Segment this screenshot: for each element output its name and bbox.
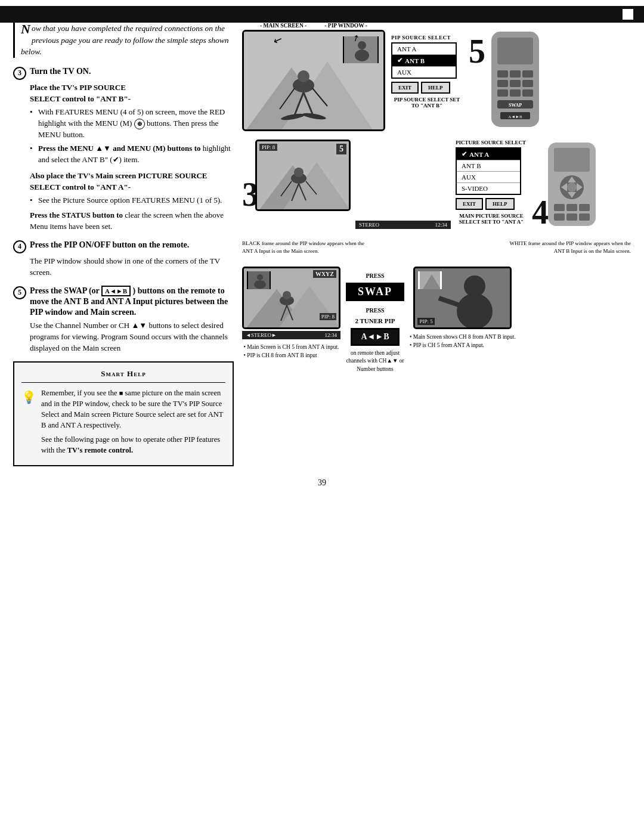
pip-source-buttons: EXIT HELP xyxy=(391,82,450,94)
svg-rect-51 xyxy=(579,213,590,221)
step5-big-num: 5 xyxy=(469,35,485,68)
smart-help-text: Remember, if you see the ■ same picture … xyxy=(41,388,225,460)
main-tv-container: - MAIN SCREEN - - PIP WINDOW - xyxy=(242,23,385,131)
swap-right-pip xyxy=(418,271,442,289)
drop-cap: N xyxy=(21,23,30,36)
step-5-circle: 5 xyxy=(13,286,26,299)
step3-tv-group: 3 xyxy=(242,140,351,211)
step-3-body: Place the TV's PIP SOURCE SELECT control… xyxy=(30,82,234,233)
tuner-btn[interactable]: A◄►B xyxy=(351,328,399,346)
step-5-block: 5 Press the SWAP (or A◄►B ) buttons on t… xyxy=(13,286,234,354)
pip-ch-label: PIP: 8 xyxy=(259,144,277,151)
svg-rect-22 xyxy=(497,89,508,97)
pic-exit-btn[interactable]: EXIT xyxy=(456,198,483,210)
swap-right-pip-label: PIP: 5 xyxy=(417,318,434,325)
black-frame-note: BLACK frame around the PIP window appear… xyxy=(242,240,373,255)
step4-remote xyxy=(545,140,599,229)
swap-button[interactable]: SWAP xyxy=(346,283,404,301)
checkmark-antb: ✔ xyxy=(397,57,402,64)
step-4-header: 4 Press the PIP ON/OFF button on the rem… xyxy=(13,240,234,253)
intro-body: ow that you have completed the required … xyxy=(21,24,229,56)
svg-rect-24 xyxy=(522,89,533,97)
swap-left-pip-num: WXYZ xyxy=(313,270,336,278)
swap-stereo-label: ◄STEREO► xyxy=(246,332,277,338)
on-remote-text: on remote then adjust channels with CH▲▼… xyxy=(345,349,405,373)
main-ch-label: 5 xyxy=(336,144,346,154)
intro-text: N ow that you have completed the require… xyxy=(13,23,234,58)
mid-diagram-row: 3 xyxy=(242,140,631,229)
white-frame-note: WHITE frame around the PIP window appear… xyxy=(500,240,631,255)
tuner-pip-label: 2 TUNER PIP xyxy=(355,317,395,324)
svg-rect-48 xyxy=(579,204,590,211)
pip-source-panel: PIP SOURCE SELECT ANT A ✔ ANT B AUX EXIT… xyxy=(391,35,463,109)
pic-source-item-aux: AUX xyxy=(457,172,520,183)
step-3-header: 3 Turn the TV ON. xyxy=(13,66,234,80)
svg-point-35 xyxy=(294,168,304,177)
pic-source-buttons: EXIT HELP xyxy=(456,198,515,210)
step-3-bullet-2: Press the MENU ▲▼ and MENU (M) buttons t… xyxy=(30,143,234,166)
swap-right-bullet-2: • PIP is CH 5 from ANT A input. xyxy=(410,341,516,349)
svg-point-45 xyxy=(567,182,577,192)
svg-rect-50 xyxy=(566,213,577,221)
svg-rect-19 xyxy=(497,80,508,87)
step-3-bullets: With FEATURES MENU (4 of 5) on screen, m… xyxy=(30,107,234,165)
svg-rect-21 xyxy=(522,80,533,87)
swap-right-bullet-1: • Main Screen shows CH 8 from ANT B inpu… xyxy=(410,333,516,341)
swap-left-bullet-2: • PIP is CH 8 from ANT B input xyxy=(244,351,339,360)
pip-source-item-antb-selected: ✔ ANT B xyxy=(392,55,456,67)
tv-stereo-area: STEREO 12:34 xyxy=(355,219,451,229)
svg-rect-17 xyxy=(510,70,521,78)
page-number: 39 xyxy=(0,478,644,488)
lightbulb-icon: 💡 xyxy=(21,389,36,460)
main-content: N ow that you have completed the require… xyxy=(0,23,644,466)
pic-source-item-anta-selected: ✔ ANT A xyxy=(457,148,520,160)
smart-help-title: Smart Help xyxy=(21,368,225,383)
step-5-header: 5 Press the SWAP (or A◄►B ) buttons on t… xyxy=(13,286,234,318)
step-5-title: Press the SWAP (or A◄►B ) buttons on the… xyxy=(30,286,234,318)
swap-left-bullet-1: • Main Screen is CH 5 from ANT A input. xyxy=(244,343,339,351)
svg-rect-18 xyxy=(522,70,533,78)
swap-right-tv-group: PIP: 5 • Main Screen shows CH 8 from ANT… xyxy=(410,267,516,350)
right-column: - MAIN SCREEN - - PIP WINDOW - xyxy=(242,23,631,466)
pip-source-caption: PIP SOURCE SELECT SET TO "ANT B" xyxy=(391,97,463,109)
step-3-bullet-1: With FEATURES MENU (4 of 5) on screen, m… xyxy=(30,107,234,141)
tv-stereo-bar: STEREO 12:34 xyxy=(355,221,451,229)
svg-rect-15 xyxy=(497,38,533,64)
pic-source-item-antb: ANT B xyxy=(457,160,520,172)
swap-left-pip-label: PIP: 8 xyxy=(320,313,336,320)
svg-point-60 xyxy=(257,274,263,280)
swap-left-pip-content xyxy=(248,271,270,289)
step5-remote-area: 5 xyxy=(469,29,545,130)
svg-point-61 xyxy=(254,280,266,289)
svg-rect-46 xyxy=(554,204,565,211)
pip-source-item-anta: ANT A xyxy=(392,44,456,55)
step3-tv-screen: PIP: 8 5 xyxy=(255,140,351,211)
step-4-body: The PIP window should show in one of the… xyxy=(30,256,234,278)
step-3-subtitle: Place the TV's PIP SOURCE SELECT control… xyxy=(30,82,234,105)
pip-help-btn[interactable]: HELP xyxy=(421,82,450,94)
pic-help-btn[interactable]: HELP xyxy=(485,198,515,210)
smart-help-para-1: Remember, if you see the ■ same picture … xyxy=(41,388,225,431)
menu-symbol: ⊕ xyxy=(134,119,145,129)
swap-left-tv: WXYZ PIP: 8 xyxy=(242,267,340,329)
step-3-also-title: Also place the TV's Main screen PICTURE … xyxy=(30,171,234,193)
press-label-1: PRESS xyxy=(366,272,384,279)
pip-exit-btn[interactable]: EXIT xyxy=(391,82,419,94)
swap-stereo-bar: ◄STEREO► 12:34 xyxy=(242,331,340,339)
pip-source-item-aux: AUX xyxy=(392,67,456,78)
spacer xyxy=(379,240,494,255)
step-3-also-bullets: See the Picture Source option FEATURES M… xyxy=(30,195,234,206)
svg-rect-16 xyxy=(497,70,508,78)
svg-point-64 xyxy=(457,293,493,329)
step-4-block: 4 Press the PIP ON/OFF button on the rem… xyxy=(13,240,234,278)
step-3-also-bullet-1: See the Picture Source option FEATURES M… xyxy=(30,195,234,206)
pip-source-label: PIP SOURCE SELECT xyxy=(391,35,451,41)
swap-right-bullets: • Main Screen shows CH 8 from ANT B inpu… xyxy=(410,333,516,350)
stereo-label: STEREO xyxy=(359,222,379,228)
main-tv-screen: ↙ ↗ xyxy=(242,30,385,131)
pic-source-label: PICTURE SOURCE SELECT xyxy=(456,140,526,145)
svg-rect-47 xyxy=(566,204,577,211)
step4-remote-group: 4 xyxy=(532,140,599,229)
top-diagram-row: - MAIN SCREEN - - PIP WINDOW - xyxy=(242,23,631,131)
step5-remote: SWAP A◄►B xyxy=(485,29,545,130)
